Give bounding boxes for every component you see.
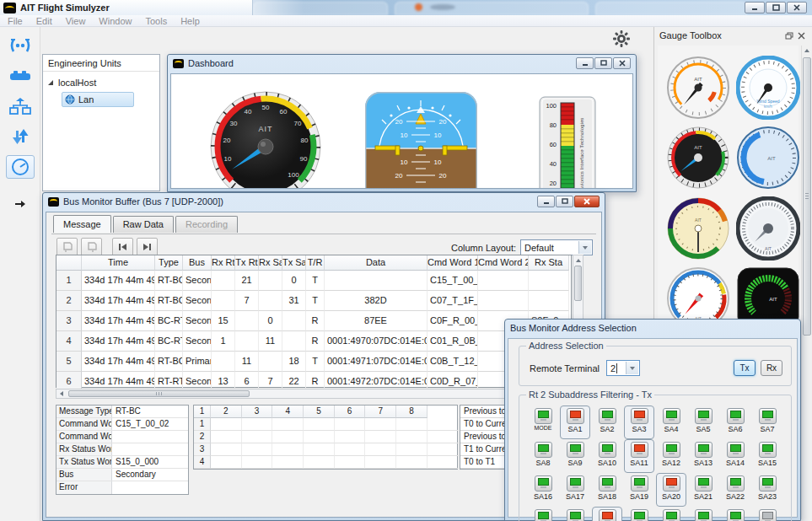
coupler-tool-icon[interactable]: [6, 34, 35, 57]
round-gauge-orange[interactable]: AIT: [666, 56, 730, 120]
tab-raw-data[interactable]: Raw Data: [113, 216, 174, 233]
scrollbar-thumb[interactable]: [803, 57, 811, 336]
data-transfer-tool-icon[interactable]: [6, 125, 35, 148]
tx-button[interactable]: Tx: [734, 360, 756, 376]
column-header[interactable]: Rx Sa: [259, 255, 282, 271]
subaddress-toggle-button[interactable]: [727, 475, 745, 491]
column-header[interactable]: Cmd Word 2: [478, 255, 529, 271]
menu-item[interactable]: Edit: [36, 16, 52, 26]
round-gauge-light-blue[interactable]: AIT: [736, 126, 800, 190]
scroll-up-icon[interactable]: [802, 46, 812, 56]
skip-to-first-icon[interactable]: [112, 238, 133, 256]
column-header[interactable]: Cmd Word 1: [428, 255, 478, 271]
remote-terminal-select[interactable]: 2: [606, 360, 640, 376]
float-panel-icon[interactable]: [783, 30, 795, 41]
subaddress-toggle-button[interactable]: [567, 442, 584, 458]
column-header[interactable]: Data: [325, 255, 428, 271]
rx-button[interactable]: Rx: [761, 360, 782, 376]
subaddress-toggle-button[interactable]: [695, 475, 713, 491]
subaddress-toggle-button[interactable]: [727, 442, 745, 458]
subaddress-toggle-button[interactable]: [631, 475, 648, 491]
network-topology-tool-icon[interactable]: [6, 94, 35, 118]
subaddress-toggle-button[interactable]: [631, 509, 648, 521]
app-titlebar[interactable]: AIT Flight Simulyzer: [0, 0, 812, 15]
restore-button[interactable]: [556, 196, 573, 207]
subaddress-toggle-button[interactable]: [759, 408, 777, 424]
vertical-bar-gauge-widget[interactable]: 100 80 60 40 20: [539, 96, 596, 189]
menu-item[interactable]: Help: [180, 16, 200, 26]
subaddress-toggle-button[interactable]: [759, 475, 777, 491]
subaddress-toggle-button[interactable]: [599, 442, 616, 458]
column-header[interactable]: Tx Rt: [235, 255, 259, 271]
subaddress-toggle-button[interactable]: [599, 509, 616, 521]
menu-item[interactable]: File: [8, 16, 23, 26]
subaddress-toggle-button[interactable]: [663, 408, 680, 424]
scrollbar-thumb[interactable]: [574, 266, 582, 301]
attitude-indicator-widget[interactable]: 20 20 10 10 10 10 20 20: [365, 92, 477, 189]
skip-to-last-icon[interactable]: [137, 238, 158, 256]
column-header[interactable]: T/R: [306, 255, 325, 271]
flag-previous-icon[interactable]: [56, 238, 78, 256]
round-gauge-dark[interactable]: AIT: [666, 126, 730, 190]
settings-gear-icon[interactable]: [613, 30, 630, 47]
flag-next-icon[interactable]: [81, 238, 102, 256]
detail-row[interactable]: Message Type RT-BC: [56, 406, 188, 418]
subaddress-toggle-button[interactable]: [727, 509, 745, 521]
tree-item-localhost[interactable]: localHost: [43, 75, 159, 90]
subaddress-toggle-button[interactable]: [727, 408, 745, 424]
table-row[interactable]: 3 334d 17h 44m 49s 9866... BC-RT Second.…: [56, 311, 571, 331]
menu-item[interactable]: Tools: [145, 16, 167, 26]
gauge-tool-icon[interactable]: [6, 155, 35, 179]
subaddress-toggle-button[interactable]: [759, 509, 777, 521]
close-button[interactable]: [613, 57, 631, 69]
column-header[interactable]: Time: [82, 255, 155, 271]
grid-row[interactable]: 3: [194, 443, 457, 456]
menu-item[interactable]: Window: [99, 16, 132, 26]
detail-row[interactable]: Error: [56, 481, 188, 494]
subaddress-toggle-button[interactable]: [599, 408, 616, 424]
table-row[interactable]: 5 334d 17h 44m 49s 9894... RT-BC Primary…: [56, 352, 571, 372]
column-header[interactable]: Bus: [183, 255, 212, 271]
detail-row[interactable]: Bus Secondary: [56, 469, 188, 481]
bus-module-tool-icon[interactable]: [6, 64, 35, 88]
round-gauge-cream[interactable]: AIT: [666, 196, 730, 260]
tree-expander-icon[interactable]: [48, 80, 53, 85]
round-gauge-blue-ring[interactable]: Wind Speed km/h: [736, 56, 800, 120]
toolbox-scrollbar[interactable]: [801, 46, 811, 519]
bus-monitor-titlebar[interactable]: Bus Monitor Buffer (Bus 7 [UDP-2000]): [43, 193, 605, 210]
close-button[interactable]: [787, 2, 807, 13]
maximize-button[interactable]: [766, 2, 786, 13]
subaddress-toggle-button[interactable]: [695, 509, 713, 521]
minimize-button[interactable]: [745, 2, 765, 13]
grid-row[interactable]: 4: [194, 456, 457, 469]
subaddress-toggle-button[interactable]: [663, 442, 680, 458]
subaddress-toggle-button[interactable]: [663, 509, 680, 521]
round-gauge-gray-bezel[interactable]: AIT: [736, 196, 800, 260]
restore-button[interactable]: [594, 57, 612, 69]
detail-row[interactable]: Tx Status Word S15_0_000: [56, 456, 188, 469]
app-title-chip[interactable]: AIT Flight Simulyzer: [0, 0, 253, 15]
tree-item-lan[interactable]: Lan: [62, 92, 134, 107]
minimize-button[interactable]: [576, 57, 594, 69]
grid-row[interactable]: 1: [194, 418, 457, 431]
subaddress-toggle-button[interactable]: [567, 509, 584, 521]
subaddress-toggle-button[interactable]: [759, 442, 777, 458]
subaddress-toggle-button[interactable]: [695, 442, 713, 458]
dashboard-titlebar[interactable]: Dashboard: [168, 55, 636, 72]
column-header[interactable]: Rx Sta: [529, 255, 569, 271]
close-button[interactable]: [574, 196, 600, 207]
subaddress-toggle-button[interactable]: [567, 475, 584, 491]
column-header[interactable]: Tx Sa: [282, 255, 306, 271]
subaddress-toggle-button[interactable]: [535, 509, 552, 521]
subaddress-toggle-button[interactable]: [631, 442, 648, 458]
table-row[interactable]: 4 334d 17h 44m 49s 9888... BC-RT Second.…: [56, 331, 571, 352]
scroll-up-icon[interactable]: [573, 255, 583, 266]
table-row[interactable]: 1 334d 17h 44m 49s 9865... RT-BC Second.…: [56, 271, 571, 291]
subaddress-toggle-button[interactable]: [631, 408, 648, 424]
minimize-button[interactable]: [537, 196, 555, 207]
column-header[interactable]: Rx Rt: [212, 255, 235, 271]
detail-row[interactable]: Command Word 2: [56, 431, 188, 443]
grid-row[interactable]: 2: [194, 431, 457, 443]
scrollbar-thumb[interactable]: [68, 390, 250, 397]
address-selection-titlebar[interactable]: Bus Monitor Address Selection: [505, 320, 800, 336]
